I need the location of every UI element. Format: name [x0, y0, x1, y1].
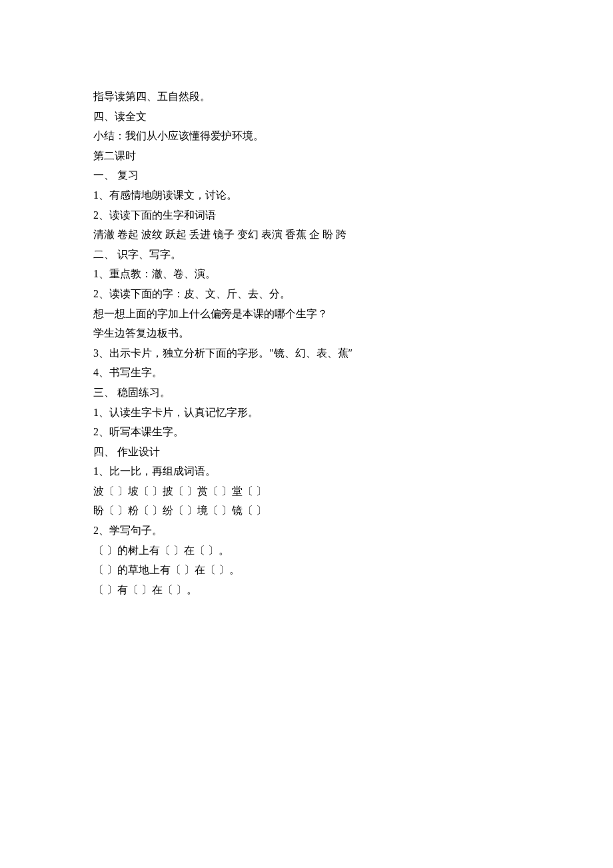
text-line: 1、认读生字卡片，认真记忆字形。 — [93, 403, 520, 423]
text-line: 一、 复习 — [93, 165, 520, 185]
text-line: 〔 〕有〔 〕在〔 〕。 — [93, 580, 520, 600]
text-line: 1、有感情地朗读课文，讨论。 — [93, 185, 520, 205]
text-line: 2、读读下面的生字和词语 — [93, 205, 520, 225]
text-line: 3、出示卡片，独立分析下面的字形。"镜、幻、表、蕉″ — [93, 343, 520, 363]
text-line: 波〔 〕坡〔 〕披〔 〕赏〔 〕堂〔 〕 — [93, 481, 520, 501]
text-line: 四、 作业设计 — [93, 442, 520, 462]
text-line: 三、 稳固练习。 — [93, 383, 520, 403]
text-line: 二、 识字、写字。 — [93, 245, 520, 265]
text-line: 2、读读下面的字：皮、文、斤、去、分。 — [93, 284, 520, 304]
text-line: 〔 〕的草地上有〔 〕在〔 〕。 — [93, 560, 520, 580]
text-line: 1、重点教：澈、卷、演。 — [93, 264, 520, 284]
text-line: 盼〔 〕粉〔 〕纷〔 〕境〔 〕镜〔 〕 — [93, 501, 520, 521]
text-line: 指导读第四、五自然段。 — [93, 87, 520, 107]
text-line: 第二课时 — [93, 146, 520, 166]
text-line: 想一想上面的字加上什么偏旁是本课的哪个生字？ — [93, 304, 520, 324]
text-line: 2、听写本课生字。 — [93, 422, 520, 442]
text-line: 四、读全文 — [93, 107, 520, 127]
text-line: 2、学写句子。 — [93, 521, 520, 541]
text-line: 1、比一比，再组成词语。 — [93, 461, 520, 481]
text-line: 清澈 卷起 波纹 跃起 丢进 镜子 变幻 表演 香蕉 企 盼 跨 — [93, 225, 520, 245]
document-page: 指导读第四、五自然段。 四、读全文 小结：我们从小应该懂得爱护环境。 第二课时 … — [0, 0, 613, 599]
text-line: 小结：我们从小应该懂得爱护环境。 — [93, 126, 520, 146]
text-line: 〔 〕的树上有〔 〕在〔 〕。 — [93, 541, 520, 561]
text-line: 4、书写生字。 — [93, 363, 520, 383]
text-line: 学生边答复边板书。 — [93, 323, 520, 343]
